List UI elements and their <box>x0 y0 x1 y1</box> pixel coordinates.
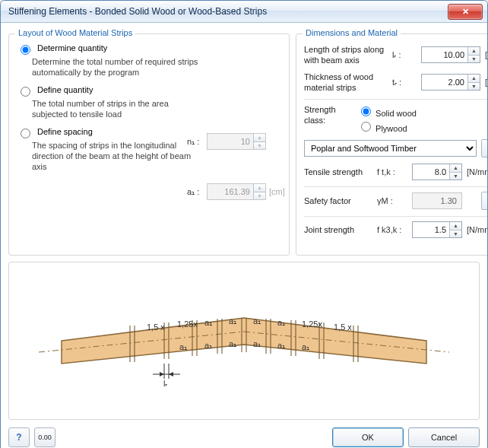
spin-up-icon[interactable]: ▲ <box>450 222 461 230</box>
spin-up-icon: ▲ <box>254 184 265 192</box>
radio-solid-wood-label: Solid wood <box>376 109 417 118</box>
svg-text:a₁: a₁ <box>277 341 285 350</box>
safety-label: Safety factor <box>304 195 372 206</box>
a1-unit: [cm] <box>269 187 285 196</box>
cancel-button[interactable]: Cancel <box>408 427 480 447</box>
ok-button[interactable]: OK <box>332 427 404 447</box>
group-layout-title: Layout of Wood Material Strips <box>15 28 135 37</box>
spin-up-icon[interactable]: ▲ <box>468 75 480 82</box>
radio-define-spacing-label: Define spacing <box>37 127 93 136</box>
option-solid-wood[interactable]: Solid wood <box>357 104 417 118</box>
define-quantity-desc: The total number of strips in the area s… <box>32 98 184 119</box>
diagram-panel: 1,5 x 1,25x a₁ a₁ a₁ a₁ 1,25x 1,5 x a₁ a… <box>8 262 480 420</box>
group-dimensions: Dimensions and Material Length of strips… <box>296 33 488 256</box>
spin-up-icon[interactable]: ▲ <box>468 47 480 55</box>
a1-field: ▲▼ <box>207 183 266 200</box>
ftk-unit: [N/mm²] <box>467 167 488 176</box>
radio-determine-quantity-label: Determine quantity <box>37 43 107 52</box>
option-plywood[interactable]: Plywood <box>357 119 417 133</box>
svg-marker-0 <box>62 318 426 364</box>
units-icon: 0.00 <box>38 434 52 441</box>
a1-input <box>208 184 253 199</box>
svg-text:a₁: a₁ <box>229 339 236 348</box>
lr-unit: [cm] <box>485 50 488 59</box>
tr-unit: [cm] <box>485 78 488 87</box>
svg-text:a₁: a₁ <box>253 339 261 348</box>
svg-text:a₁: a₁ <box>253 316 261 326</box>
determine-quantity-desc: Determine the total number of required s… <box>32 56 230 78</box>
radio-define-quantity[interactable] <box>21 87 30 97</box>
lr-input[interactable] <box>422 47 467 62</box>
titlebar: Stiffening Elements - Bonded Solid Wood … <box>1 1 487 23</box>
radio-define-spacing[interactable] <box>21 129 30 138</box>
svg-marker-39 <box>169 372 173 377</box>
ftk-symbol: f t,k : <box>377 167 407 176</box>
svg-text:1,25x: 1,25x <box>177 319 198 329</box>
spin-up-icon[interactable]: ▲ <box>450 164 461 172</box>
fk3k-input[interactable] <box>413 222 449 237</box>
radio-determine-quantity[interactable] <box>21 45 30 55</box>
svg-text:1,5 x: 1,5 x <box>334 322 352 332</box>
spin-up-icon: ▲ <box>254 134 265 141</box>
fk3k-symbol: f k3,k : <box>377 225 407 234</box>
beam-diagram: 1,5 x 1,25x a₁ a₁ a₁ a₁ 1,25x 1,5 x a₁ a… <box>16 272 472 409</box>
svg-text:a₁: a₁ <box>277 318 285 327</box>
lr-field[interactable]: ▲▼ <box>421 46 480 63</box>
spin-down-icon[interactable]: ▼ <box>468 55 480 63</box>
help-icon: ? <box>16 432 21 443</box>
n1-symbol: n₁ : <box>187 137 204 147</box>
radio-solid-wood[interactable] <box>361 106 371 116</box>
radio-plywood[interactable] <box>361 122 371 132</box>
dialog-window: Stiffening Elements - Bonded Solid Wood … <box>0 0 488 448</box>
svg-text:a₁: a₁ <box>204 341 212 350</box>
spin-down-icon: ▼ <box>254 192 265 200</box>
tr-symbol: tᵣ : <box>392 78 417 87</box>
svg-text:a₁: a₁ <box>302 342 309 351</box>
tr-input[interactable] <box>422 75 467 90</box>
tensile-label: Tensile strength <box>304 167 372 177</box>
svg-text:a₁: a₁ <box>229 316 236 326</box>
fk3k-field[interactable]: ▲▼ <box>412 221 462 238</box>
radio-define-quantity-label: Define quantity <box>37 85 93 94</box>
fk3k-unit: [N/mm²] <box>467 225 488 234</box>
window-title: Stiffening Elements - Bonded Solid Wood … <box>8 6 448 17</box>
ok-button-label: OK <box>362 433 374 442</box>
gamma-symbol: γM : <box>377 196 407 205</box>
svg-text:a₁: a₁ <box>179 342 187 351</box>
cancel-button-label: Cancel <box>431 433 457 442</box>
timber-combo[interactable]: Poplar and Softwood Timber <box>304 140 477 157</box>
radio-plywood-label: Plywood <box>376 124 407 133</box>
svg-text:1,25x: 1,25x <box>302 319 322 329</box>
spin-down-icon[interactable]: ▼ <box>450 172 461 180</box>
ftk-input[interactable] <box>413 164 449 180</box>
option-define-quantity[interactable]: Define quantity <box>17 85 281 97</box>
svg-text:1,5 x: 1,5 x <box>147 322 165 332</box>
units-button[interactable]: 0.00 <box>34 427 55 447</box>
option-determine-quantity[interactable]: Determine quantity <box>17 43 281 55</box>
spin-down-icon: ▼ <box>254 141 265 150</box>
tr-field[interactable]: ▲▼ <box>421 74 480 91</box>
strength-class-label: Strength class: <box>304 104 350 126</box>
lr-symbol: lᵣ : <box>392 50 417 60</box>
thickness-label: Thickness of wood material strips <box>304 71 388 93</box>
svg-marker-38 <box>160 372 164 377</box>
spin-down-icon[interactable]: ▼ <box>468 82 480 91</box>
a1-symbol: a₁ : <box>187 187 204 197</box>
help-button[interactable]: ? <box>8 427 30 447</box>
group-layout: Layout of Wood Material Strips Determine… <box>8 33 290 256</box>
length-label: Length of strips along with beam axis <box>304 44 388 65</box>
n1-field: ▲▼ <box>207 133 266 150</box>
joint-label: Joint strength <box>304 224 372 235</box>
spin-down-icon[interactable]: ▼ <box>450 230 461 238</box>
define-spacing-desc: The spacing of strips in the longitudina… <box>32 140 192 172</box>
group-dimensions-title: Dimensions and Material <box>303 28 401 37</box>
dialog-footer: ? 0.00 OK Cancel <box>8 427 480 447</box>
close-button[interactable]: ✕ <box>448 4 483 20</box>
svg-text:a₁: a₁ <box>204 318 212 327</box>
ftk-field[interactable]: ▲▼ <box>412 164 462 180</box>
gamma-value: 1.30 <box>412 192 462 209</box>
close-icon: ✕ <box>462 7 469 17</box>
library-button[interactable]: ▯ <box>481 139 488 157</box>
safety-settings-button[interactable]: ⋯ <box>481 192 488 210</box>
n1-input <box>208 134 253 149</box>
